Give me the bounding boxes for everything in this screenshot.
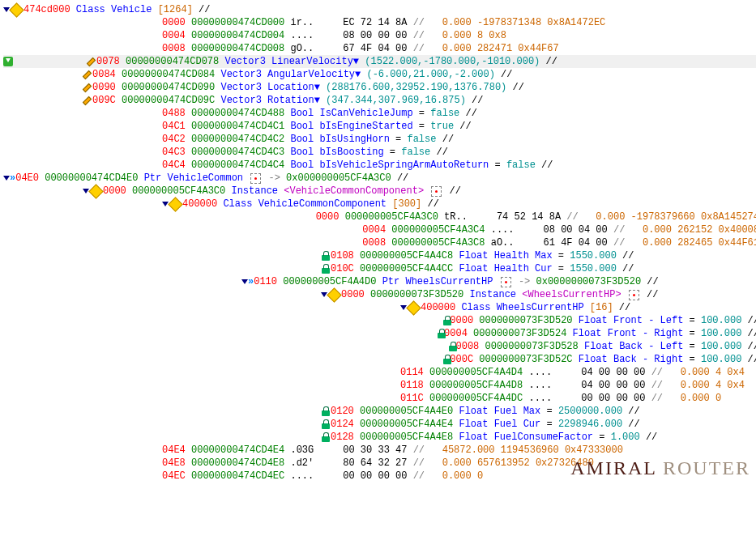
target-icon[interactable] xyxy=(250,173,261,184)
lock-icon[interactable] xyxy=(437,329,444,338)
text-segment xyxy=(479,340,485,353)
tree-row[interactable]: 0128 000000005CF4A4E8 Float FuelConsumeF… xyxy=(3,431,756,444)
target-icon[interactable] xyxy=(629,290,639,300)
expand-icon[interactable] xyxy=(3,176,10,181)
lock-icon[interactable] xyxy=(321,419,331,429)
target-icon[interactable] xyxy=(501,277,511,287)
edit-icon[interactable] xyxy=(87,57,96,66)
text-segment: 04E0 xyxy=(15,172,39,185)
tree-row[interactable]: » 04E0 00000000474CD4E0 Ptr VehicleCommo… xyxy=(3,172,756,185)
text-segment: = xyxy=(384,146,402,159)
text-segment: Float Health Cur xyxy=(459,262,552,275)
tree-row[interactable]: 010C 000000005CF4A4CC Float Health Cur =… xyxy=(3,262,756,275)
edit-icon[interactable] xyxy=(83,70,92,79)
text-segment xyxy=(70,3,76,16)
tree-row[interactable]: 0090 00000000474CD090 Vector3 Location▼ … xyxy=(3,81,756,94)
text-segment: 0090 xyxy=(92,81,116,94)
pointer-icon: » xyxy=(248,275,254,288)
text-segment: 04C1 xyxy=(162,120,186,133)
text-segment: 0.000 282471 0x44F67 xyxy=(425,42,559,55)
text-segment: // xyxy=(413,29,425,42)
target-icon[interactable] xyxy=(431,186,442,197)
tree-row[interactable]: 04C3 00000000474CD4C3 Bool bIsBoosting =… xyxy=(3,146,756,159)
tree-row[interactable]: 0124 000000005CF4A4E4 Float Fuel Cur = 2… xyxy=(3,418,756,431)
text-segment: 0000 xyxy=(450,314,473,327)
lock-icon[interactable] xyxy=(321,251,331,261)
class-icon xyxy=(168,197,182,211)
text-segment: .03G 00 30 33 47 xyxy=(284,444,412,457)
edit-icon[interactable] xyxy=(83,96,92,105)
text-segment: Bool bIsUsingHorn xyxy=(290,133,389,146)
text-segment: -> xyxy=(268,172,280,185)
tree-row[interactable]: » 0110 000000005CF4A4D0 Ptr WheelsCurren… xyxy=(3,275,756,288)
text-segment: // xyxy=(421,198,439,210)
lock-icon[interactable] xyxy=(442,355,450,364)
tree-row[interactable]: 0008 000000005CF4A3C8 aO.. 61 4F 04 00 /… xyxy=(3,236,756,249)
jump-icon[interactable] xyxy=(3,57,13,66)
tree-row[interactable]: 0114 000000005CF4A4D4 .... 04 00 00 00 /… xyxy=(3,366,756,379)
tree-row[interactable]: 000C 0000000073F3D52C Float Back - Right… xyxy=(3,353,756,366)
tree-row[interactable]: 0120 000000005CF4A4E0 Float Fuel Max = 2… xyxy=(3,405,756,418)
tree-row[interactable]: 0000 0000000073F3D520 Float Front - Left… xyxy=(3,314,756,327)
text-segment: 04E8 xyxy=(162,457,186,470)
text-segment xyxy=(277,275,283,288)
text-segment: 04C4 xyxy=(162,159,186,172)
tree-row[interactable]: 0118 000000005CF4A4D8 .... 04 00 00 00 /… xyxy=(3,379,756,392)
tree-row[interactable]: 011C 000000005CF4A4DC .... 00 00 00 00 /… xyxy=(3,392,756,405)
text-segment: Instance xyxy=(469,288,516,301)
lock-icon[interactable] xyxy=(321,406,331,416)
text-segment: // xyxy=(613,223,625,236)
text-segment: 0004 xyxy=(362,223,386,236)
lock-icon[interactable] xyxy=(321,264,331,274)
text-segment: 100.000 xyxy=(701,353,741,366)
text-segment xyxy=(116,68,122,81)
tree-row[interactable]: 0004 000000005CF4A3C4 .... 08 00 04 00 /… xyxy=(3,223,756,236)
text-segment xyxy=(365,288,370,301)
text-segment: .... 08 00 00 00 xyxy=(284,29,412,42)
tree-row[interactable]: 0008 00000000474CD008 gO.. 67 4F 04 00 /… xyxy=(3,42,756,55)
text-segment: // xyxy=(413,444,425,457)
tree-row[interactable]: 0488 00000000474CD488 Bool IsCanVehicleJ… xyxy=(3,107,756,120)
text-segment: 0000000073F3D524 xyxy=(473,327,566,340)
tree-row[interactable]: 400000 Class VehicleCommonComponent [300… xyxy=(3,198,756,210)
text-segment: 2298946.000 xyxy=(558,418,622,431)
tree-row[interactable]: 0000 000000005CF4A3C0 tR.. 74 52 14 8A /… xyxy=(3,210,756,223)
text-segment: 400000 xyxy=(182,198,217,210)
text-segment: false xyxy=(407,133,436,146)
text-segment xyxy=(186,120,191,133)
text-segment: 000000005CF4A4E0 xyxy=(360,405,453,418)
tree-row[interactable]: 474cd000 Class Vehicle [1264] // xyxy=(3,3,756,16)
text-segment: 0114 xyxy=(400,366,424,379)
text-segment xyxy=(354,431,360,444)
text-segment xyxy=(320,81,326,94)
tree-row[interactable]: 04C1 00000000474CD4C1 Bool bIsEngineStar… xyxy=(3,120,756,133)
lock-icon[interactable] xyxy=(442,316,450,325)
tree-row[interactable]: 0084 00000000474CD084 Vector3 AngularVel… xyxy=(3,68,756,81)
tree-row[interactable]: 0000 000000005CF4A3C0 Instance <VehicleC… xyxy=(3,185,756,198)
tree-row[interactable]: 400000 Class WheelsCurrentHP [16] // xyxy=(3,301,756,314)
memory-tree[interactable]: 474cd000 Class Vehicle [1264] //0000 000… xyxy=(3,3,756,483)
text-segment: // xyxy=(454,120,472,133)
tree-row[interactable]: 0000 0000000073F3D520 Instance <WheelsCu… xyxy=(3,288,756,301)
lock-icon[interactable] xyxy=(321,432,331,442)
tree-row[interactable]: 009C 00000000474CD09C Vector3 Rotation▼ … xyxy=(3,94,756,107)
text-segment xyxy=(530,275,536,288)
tree-row[interactable]: 0108 000000005CF4A4C8 Float Health Max =… xyxy=(3,249,756,262)
expand-icon[interactable] xyxy=(241,279,248,284)
text-segment xyxy=(116,94,122,107)
tree-row[interactable]: 0000 00000000474CD000 ir.. EC 72 14 8A /… xyxy=(3,16,756,29)
tree-row[interactable]: 04C4 00000000474CD4C4 Bool bIsVehicleSpr… xyxy=(3,159,756,172)
tree-row[interactable]: 0078 00000000474CD078 Vector3 LinearVelo… xyxy=(3,55,756,68)
lock-icon[interactable] xyxy=(448,342,456,351)
tree-row[interactable]: 0004 00000000474CD004 .... 08 00 00 00 /… xyxy=(3,29,756,42)
tree-row[interactable]: 0004 0000000073F3D524 Float Front - Righ… xyxy=(3,327,756,340)
tree-row[interactable]: 0008 0000000073F3D528 Float Back - Left … xyxy=(3,340,756,353)
text-segment: 000000005CF4A4CC xyxy=(360,262,453,275)
tree-row[interactable]: 04E4 00000000474CD4E4 .03G 00 30 33 47 /… xyxy=(3,444,756,457)
text-segment xyxy=(354,418,360,431)
edit-icon[interactable] xyxy=(83,83,92,92)
tree-row[interactable]: 04C2 00000000474CD4C2 Bool bIsUsingHorn … xyxy=(3,133,756,146)
text-segment xyxy=(215,94,220,107)
text-segment: 0128 xyxy=(331,431,354,444)
text-segment xyxy=(225,185,231,198)
